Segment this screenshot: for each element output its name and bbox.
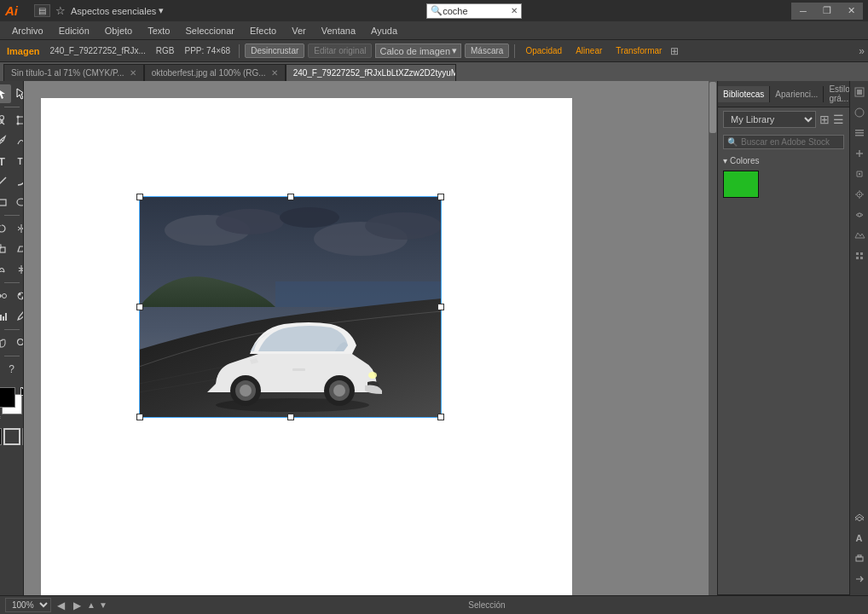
panel-toggle-5[interactable] <box>852 166 867 182</box>
tab-1-close[interactable]: ✕ <box>271 68 278 78</box>
eyedropper-tool-btn[interactable] <box>12 307 24 326</box>
svg-rect-62 <box>860 252 863 255</box>
share-icon[interactable] <box>852 571 867 587</box>
selection-tool-btn[interactable] <box>0 84 11 103</box>
ellipse-tool-btn[interactable] <box>12 193 24 211</box>
transformar-btn[interactable]: Transformar <box>610 44 667 57</box>
vertical-scrollbar[interactable] <box>709 81 717 614</box>
symbol-tool-btn[interactable] <box>12 287 24 305</box>
nav-prev-btn[interactable]: ◀ <box>55 600 67 611</box>
help-btn[interactable]: ? <box>3 360 21 379</box>
panel-toggle-8[interactable] <box>852 228 867 243</box>
title-controls: ─ ❐ ✕ <box>791 3 863 20</box>
menu-objeto[interactable]: Objeto <box>98 24 139 38</box>
line-tool-btn[interactable] <box>0 172 11 191</box>
image-container[interactable] <box>139 196 442 418</box>
direct-selection-tool-btn[interactable] <box>12 84 24 103</box>
arc-tool-btn[interactable] <box>12 172 24 191</box>
menu-ver[interactable]: Ver <box>285 24 313 38</box>
menu-seleccionar[interactable]: Seleccionar <box>178 24 240 38</box>
nav-next-btn[interactable]: ▶ <box>71 600 84 611</box>
settings-icon[interactable] <box>852 551 867 566</box>
type-style-icon[interactable]: A <box>852 530 867 546</box>
panel-toggle-1[interactable] <box>852 84 867 100</box>
alinear-btn[interactable]: Alinear <box>570 44 607 57</box>
tab-0[interactable]: Sin título-1 al 71% (CMYK/P... ✕ <box>3 64 144 81</box>
puppet-warp-btn[interactable] <box>0 111 11 130</box>
column-graph-btn[interactable] <box>0 307 11 326</box>
menu-efecto[interactable]: Efecto <box>243 24 283 38</box>
transform-icon[interactable]: ⊞ <box>670 45 679 57</box>
svg-point-54 <box>855 108 864 117</box>
stroke-box[interactable] <box>3 428 20 445</box>
rotate-tool-btn[interactable] <box>0 219 11 238</box>
add-layer-icon[interactable] <box>852 510 867 525</box>
grid-view-icon[interactable]: ⊞ <box>819 113 830 126</box>
opacidad-btn[interactable]: Opacidad <box>520 44 567 57</box>
pen-tool-btn[interactable] <box>0 131 11 150</box>
width-tool-btn[interactable] <box>12 260 24 279</box>
canvas-area[interactable] <box>24 81 717 614</box>
arrange-btn[interactable]: ▤ <box>34 4 50 17</box>
menu-bar: Archivo Edición Objeto Texto Seleccionar… <box>0 21 868 40</box>
menu-archivo[interactable]: Archivo <box>5 24 50 38</box>
restore-btn[interactable]: ❐ <box>815 3 839 20</box>
curvature-tool-btn[interactable] <box>12 131 24 150</box>
warp-tool-btn[interactable] <box>0 260 11 279</box>
nav-up-btn[interactable]: ▲ <box>87 600 95 610</box>
tab-1[interactable]: oktoberfest.jpg al 100% (RG... ✕ <box>144 64 286 81</box>
reflect-tool-btn[interactable] <box>12 219 24 238</box>
tab-0-close[interactable]: ✕ <box>130 68 136 78</box>
type-tools: T T/ <box>0 152 24 171</box>
more-options-btn[interactable]: » <box>859 45 865 57</box>
tab-bibliotecas[interactable]: Bibliotecas <box>718 86 770 102</box>
scale-tool-btn[interactable] <box>0 240 11 258</box>
colors-section: ▾ Colores <box>718 153 849 201</box>
free-transform-btn[interactable] <box>12 111 24 130</box>
vscroll-thumb[interactable] <box>709 82 716 133</box>
svg-rect-56 <box>855 132 864 134</box>
rectangle-tool-btn[interactable] <box>0 193 11 211</box>
svg-point-60 <box>858 213 861 217</box>
search-clear-btn[interactable]: ✕ <box>511 6 518 15</box>
list-view-icon[interactable]: ☰ <box>833 113 844 126</box>
hand-tool-btn[interactable] <box>0 333 11 352</box>
close-btn[interactable]: ✕ <box>839 3 863 20</box>
lib-search-input[interactable] <box>741 137 849 147</box>
desincrustar-btn[interactable]: Desincrustar <box>245 43 304 58</box>
mascara-btn[interactable]: Máscara <box>465 43 509 58</box>
green-color-swatch[interactable] <box>723 171 759 198</box>
panel-toggle-7[interactable] <box>852 207 867 223</box>
library-name-select[interactable]: My Library <box>723 111 816 128</box>
panel-toggle-6[interactable] <box>852 187 867 202</box>
calco-dropdown[interactable]: Calco de imagen ▾ <box>375 43 461 58</box>
workspace-selector[interactable]: Aspectos esenciales ▾ <box>71 5 164 16</box>
menu-ventana[interactable]: Ventana <box>315 24 362 38</box>
editar-original-btn[interactable]: Editar original <box>308 43 372 58</box>
type2-tool-btn[interactable]: T/ <box>12 152 24 171</box>
foreground-color-box[interactable] <box>0 387 15 408</box>
section-label: Imagen <box>3 46 43 56</box>
menu-edicion[interactable]: Edición <box>52 24 96 38</box>
shear-tool-btn[interactable] <box>12 240 24 258</box>
tool-sep-5 <box>4 356 20 356</box>
type-tool-btn[interactable]: T <box>0 152 11 171</box>
zoom-select[interactable]: 100% 71% 150% 200% <box>5 598 51 612</box>
svg-point-50 <box>368 372 377 379</box>
menu-ayuda[interactable]: Ayuda <box>364 24 404 38</box>
nav-down-btn[interactable]: ▼ <box>99 600 107 610</box>
tab-2[interactable]: 240_F_79227252_fRJxLbLtXZzw2D2tyyuMI4i58… <box>286 64 456 81</box>
swap-colors-icon[interactable]: ⇄ <box>0 414 1 421</box>
tab-apariencia[interactable]: Aparienci... <box>770 86 824 102</box>
magic-btn[interactable]: ☆ <box>55 4 66 17</box>
minimize-btn[interactable]: ─ <box>791 3 815 20</box>
blend-tool-btn[interactable] <box>0 287 11 305</box>
menu-texto[interactable]: Texto <box>141 24 176 38</box>
panel-toggle-9[interactable] <box>852 248 867 264</box>
zoom-tool-btn[interactable] <box>12 333 24 352</box>
fill-box[interactable] <box>0 428 2 445</box>
panel-toggle-2[interactable] <box>852 105 867 120</box>
panel-toggle-3[interactable] <box>852 125 867 141</box>
panel-toggle-4[interactable] <box>852 146 867 161</box>
search-input[interactable] <box>443 6 511 16</box>
